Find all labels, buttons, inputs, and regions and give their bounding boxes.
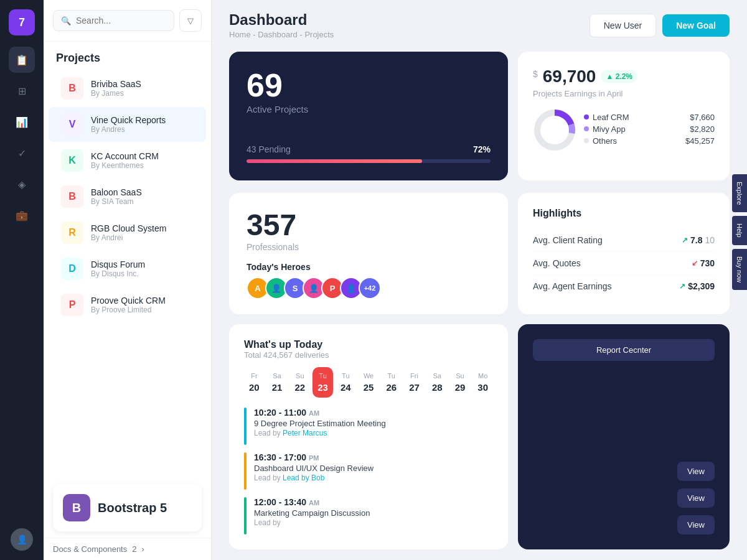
project-name-2: KC Account CRM — [91, 151, 194, 161]
project-info-6: Proove Quick CRM By Proove Limited — [91, 296, 194, 314]
cal-day-6[interactable]: Tu26 — [381, 367, 402, 398]
project-item-1[interactable]: V Vine Quick Reports By Andres — [49, 107, 206, 142]
event-item-1: 16:30 - 17:00 PM Dashboard UI/UX Design … — [244, 452, 493, 490]
nav-icon-grid[interactable]: ⊞ — [9, 78, 35, 104]
new-goal-button[interactable]: New Goal — [662, 14, 730, 37]
highlight-item-1: Avg. Quotes ↙ 730 — [533, 252, 715, 275]
project-by-5: By Disqus Inc. — [91, 269, 194, 278]
calendar-subtitle: Total 424,567 deliveries — [244, 350, 493, 360]
event-bar-1 — [244, 452, 247, 490]
project-name-6: Proove Quick CRM — [91, 296, 194, 306]
cal-day-0[interactable]: Fr20 — [244, 367, 265, 398]
bootstrap-banner[interactable]: B Bootstrap 5 — [53, 484, 202, 531]
highlight-val-0: ↗ 7.8 10 — [682, 235, 715, 245]
earnings-card: $ 69,700 ▲ 2.2% Projects Earnings in Apr… — [518, 52, 730, 180]
search-input[interactable] — [76, 16, 166, 26]
nav-icon-analytics[interactable]: 📊 — [9, 109, 35, 135]
search-icon: 🔍 — [61, 16, 71, 26]
progress-bar-fill — [247, 159, 422, 163]
earnings-amount-leaf: $7,660 — [685, 113, 715, 122]
view-button-2[interactable]: View — [677, 488, 715, 508]
nav-icon-dashboard[interactable]: 📋 — [9, 47, 35, 73]
legend-label-others: Others — [593, 136, 617, 146]
project-item-5[interactable]: D Disqus Forum By Disqus Inc. — [49, 251, 206, 286]
side-tabs: Explore Help Buy now — [732, 174, 747, 290]
highlights-title: Highlights — [533, 208, 715, 219]
project-item-0[interactable]: B Briviba SaaS By James — [49, 71, 206, 106]
help-tab[interactable]: Help — [732, 216, 747, 245]
project-info-2: KC Account CRM By Keenthemes — [91, 151, 194, 170]
explore-tab[interactable]: Explore — [732, 174, 747, 212]
pending-text: 43 Pending — [247, 144, 291, 154]
main-content: Dashboard Home - Dashboard - Projects Ne… — [212, 0, 747, 560]
legend-dot-leaf — [584, 114, 589, 119]
cal-day-10[interactable]: Mo30 — [472, 367, 493, 398]
filter-button[interactable]: ▽ — [179, 9, 202, 32]
highlight-name-1: Avg. Quotes — [533, 258, 581, 268]
left-nav: 7 📋 ⊞ 📊 ✓ ◈ 💼 👤 — [0, 0, 44, 560]
event-bar-2 — [244, 497, 247, 534]
nav-icon-tasks[interactable]: ✓ — [9, 140, 35, 166]
calendar-days: Fr20Sa21Su22Tu23Tu24We25Tu26Fri27Sa28Su2… — [244, 367, 493, 398]
header-left: Dashboard Home - Dashboard - Projects — [229, 11, 334, 39]
project-info-5: Disqus Forum By Disqus Inc. — [91, 259, 194, 278]
sidebar: 🔍 ▽ Projects B Briviba SaaS By James V V… — [44, 0, 212, 560]
highlight-item-2: Avg. Agent Earnings ↗ $2,309 — [533, 275, 715, 297]
report-center-button[interactable]: Report Cecnter — [533, 339, 715, 361]
project-name-1: Vine Quick Reports — [91, 115, 194, 125]
event-name-0: 9 Degree Project Estimation Meeting — [254, 419, 386, 428]
project-by-2: By Keenthemes — [91, 161, 194, 170]
project-logo-5: D — [61, 258, 83, 280]
event-time-2: 12:00 - 13:40 AM — [254, 497, 370, 507]
nav-icon-layers[interactable]: ◈ — [9, 171, 35, 197]
cal-day-3[interactable]: Tu23 — [312, 367, 333, 398]
earnings-amounts: $7,660 $2,820 $45,257 — [685, 113, 715, 148]
arrow-up-icon-2: ↗ — [679, 282, 685, 291]
stats-row: 357 Professionals Today's Heroes A 👤 S 👤… — [212, 193, 747, 324]
project-logo-0: B — [61, 77, 83, 100]
event-bar-0 — [244, 408, 247, 445]
project-logo-4: R — [61, 222, 83, 244]
docs-count: 2 — [132, 544, 136, 554]
cal-day-2[interactable]: Su22 — [289, 367, 310, 398]
cal-day-9[interactable]: Su29 — [450, 367, 471, 398]
cal-day-7[interactable]: Fri27 — [404, 367, 425, 398]
project-item-4[interactable]: R RGB Cloud System By Andrei — [49, 215, 206, 250]
event-item-2: 12:00 - 13:40 AM Marketing Campaign Disc… — [244, 497, 493, 534]
event-time-0: 10:20 - 11:00 AM — [254, 408, 386, 418]
cal-day-8[interactable]: Sa28 — [427, 367, 448, 398]
legend-item-others: Others — [584, 136, 678, 146]
legend-item-mivy: Mivy App — [584, 124, 678, 134]
event-time-1: 16:30 - 17:00 PM — [254, 452, 374, 462]
new-user-button[interactable]: New User — [590, 14, 656, 37]
project-item-6[interactable]: P Proove Quick CRM By Proove Limited — [49, 287, 206, 322]
projects-title: Projects — [44, 42, 211, 70]
earnings-dollar-sign: $ — [533, 69, 538, 79]
cal-day-4[interactable]: Tu24 — [336, 367, 356, 398]
cal-day-5[interactable]: We25 — [359, 367, 379, 398]
page-title: Dashboard — [229, 11, 334, 29]
calendar-card: What's up Today Total 424,567 deliveries… — [229, 324, 508, 549]
project-item-2[interactable]: K KC Account CRM By Keenthemes — [49, 143, 206, 178]
buy-now-tab[interactable]: Buy now — [732, 249, 747, 290]
event-lead-2: Lead by — [254, 518, 370, 527]
project-by-3: By SIA Team — [91, 197, 194, 206]
project-name-4: RGB Cloud System — [91, 223, 194, 233]
docs-components-link[interactable]: Docs & Components 2 › — [44, 538, 211, 560]
highlight-val-2: ↗ $2,309 — [679, 281, 715, 291]
view-button-3[interactable]: View — [677, 515, 715, 534]
user-avatar-number[interactable]: 7 — [9, 9, 35, 35]
project-item-3[interactable]: B Baloon SaaS By SIA Team — [49, 179, 206, 214]
event-details-0: 10:20 - 11:00 AM 9 Degree Project Estima… — [254, 408, 386, 437]
search-box[interactable]: 🔍 — [53, 10, 174, 31]
event-details-2: 12:00 - 13:40 AM Marketing Campaign Disc… — [254, 497, 370, 527]
view-button-1[interactable]: View — [677, 462, 715, 481]
bottom-avatar[interactable]: 👤 — [11, 528, 33, 551]
legend-dot-others — [584, 138, 589, 143]
cal-day-1[interactable]: Sa21 — [267, 367, 288, 398]
header: Dashboard Home - Dashboard - Projects Ne… — [212, 0, 747, 45]
project-logo-6: P — [61, 294, 83, 316]
nav-icon-briefcase[interactable]: 💼 — [9, 202, 35, 228]
bootstrap-logo: B — [63, 494, 90, 521]
event-name-2: Marketing Campaign Discussion — [254, 508, 370, 518]
